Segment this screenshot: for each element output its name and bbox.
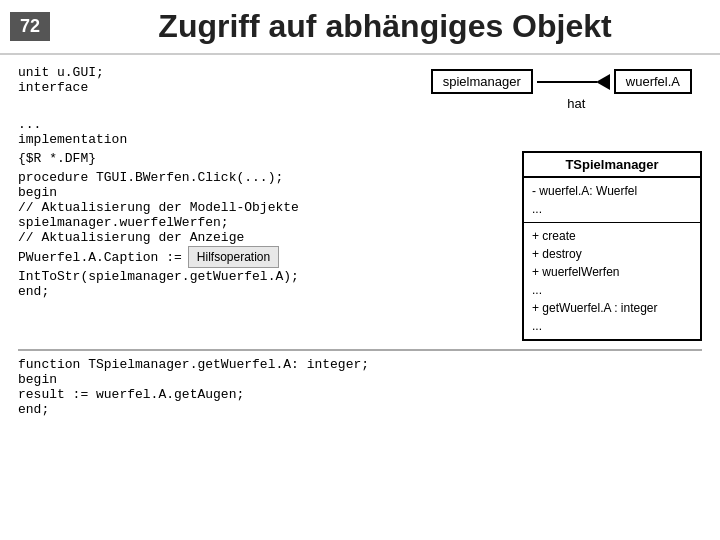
dots-line: ... (18, 117, 702, 132)
uml-class-tspielmanager: TSpielmanager - wuerfel.A: Wuerfel ... +… (522, 151, 702, 341)
proc-line-2: begin (18, 185, 512, 200)
proc-line-8: end; (18, 284, 512, 299)
header: 72 Zugriff auf abhängiges Objekt (0, 0, 720, 55)
unit-line: unit u.GUI; (18, 65, 431, 80)
proc-line-4: spielmanager.wuerfelWerfen; (18, 215, 512, 230)
uml-method-1: + create (532, 227, 692, 245)
uml-class-methods: + create + destroy + wuerfelWerfen ... +… (524, 223, 700, 339)
uml-class-attributes: - wuerfel.A: Wuerfel ... (524, 178, 700, 223)
page-title: Zugriff auf abhängiges Objekt (70, 8, 700, 45)
hilfsoperation-button[interactable]: Hilfsoperation (188, 246, 279, 268)
main-content: unit u.GUI; interface spielmanager wuerf… (0, 55, 720, 427)
uml-attr-1: - wuerfel.A: Wuerfel (532, 182, 692, 200)
uml-box-spielmanager: spielmanager (431, 69, 533, 94)
hat-label: hat (567, 96, 585, 111)
uml-class-name: TSpielmanager (524, 153, 700, 178)
unit-interface-block: unit u.GUI; interface (18, 65, 431, 95)
proc-line-7: IntToStr(spielmanager.getWuerfel.A); (18, 269, 512, 284)
interface-line: interface (18, 80, 431, 95)
uml-arrow-diagram: spielmanager wuerfel.A hat (431, 65, 692, 111)
middle-section: ... implementation (18, 117, 702, 147)
uml-method-4: + getWuerfel.A : integer (532, 299, 692, 317)
uml-method-2: + destroy (532, 245, 692, 263)
proc-line-5: // Aktualisierung der Anzeige (18, 230, 512, 245)
uml-attr-dots: ... (532, 200, 692, 218)
bottom-code-block: function TSpielmanager.getWuerfel.A: int… (18, 349, 702, 417)
implementation-line: implementation (18, 132, 702, 147)
procedure-code-block: {$R *.DFM} procedure TGUI.BWerfen.Click(… (18, 151, 512, 299)
func-line-2: begin (18, 372, 702, 387)
proc-line-3: // Aktualisierung der Modell-Objekte (18, 200, 512, 215)
uml-box-wuerfel: wuerfel.A (614, 69, 692, 94)
uml-arrow-row: spielmanager wuerfel.A (431, 69, 692, 94)
bottom-section: {$R *.DFM} procedure TGUI.BWerfen.Click(… (18, 151, 702, 341)
func-line-1: function TSpielmanager.getWuerfel.A: int… (18, 357, 702, 372)
uml-method-dots1: ... (532, 281, 692, 299)
uml-method-3: + wuerfelWerfen (532, 263, 692, 281)
proc-block: procedure TGUI.BWerfen.Click(...); begin… (18, 170, 512, 299)
slide-number: 72 (10, 12, 50, 41)
proc-line-1: procedure TGUI.BWerfen.Click(...); (18, 170, 512, 185)
arrow-head-icon (596, 74, 610, 90)
top-section: unit u.GUI; interface spielmanager wuerf… (18, 65, 702, 111)
func-line-3: result := wuerfel.A.getAugen; (18, 387, 702, 402)
proc-line-6: PWuerfel.A.Caption := (18, 250, 182, 265)
arrow-line (537, 81, 597, 83)
proc-line-6-row: PWuerfel.A.Caption := Hilfsoperation (18, 245, 512, 269)
uml-method-dots2: ... (532, 317, 692, 335)
dfm-line: {$R *.DFM} (18, 151, 512, 166)
func-line-4: end; (18, 402, 702, 417)
uml-arrow (537, 74, 610, 90)
